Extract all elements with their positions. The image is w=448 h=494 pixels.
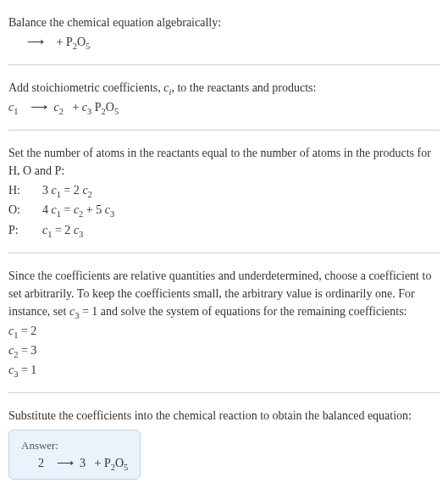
section-intro: Balance the chemical equation algebraica… [8, 7, 440, 58]
arrow-symbol: ⟶ [53, 457, 77, 469]
equation-expr: 3 c1 = 2 c2 [42, 181, 92, 200]
text: = 1 and solve the system of equations fo… [79, 305, 407, 318]
coef: 3 [80, 457, 89, 469]
element-label: O: [8, 201, 30, 219]
plus: + P [95, 457, 111, 469]
coeff-equation: c1 ⟶ c2 + c3 P2O5 [8, 98, 440, 116]
atom-balance-row: P:c1 = 2 c3 [8, 221, 440, 240]
element-label: H: [8, 181, 30, 200]
coefficient-solution-row: c2 = 3 [8, 341, 440, 359]
section-coefficients: Add stoichiometric coefficients, ci, to … [8, 72, 440, 123]
section-answer: Substitute the coefficients into the che… [8, 400, 440, 485]
element-label: P: [8, 221, 30, 240]
answer-equation: 2 ⟶ 3 + P2O5 [21, 456, 128, 470]
answer-label: Answer: [21, 439, 128, 452]
species: P [91, 101, 101, 114]
coef: 2 [38, 457, 47, 469]
coefficient-solution-row: c3 = 1 [8, 361, 440, 379]
arrow-symbol: ⟶ [27, 101, 51, 114]
spacer [47, 457, 51, 469]
subscript: 1 [14, 107, 18, 116]
answer-intro: Substitute the coefficients into the che… [8, 407, 440, 425]
divider [8, 392, 440, 393]
species: O [106, 101, 114, 114]
answer-box: Answer: 2 ⟶ 3 + P2O5 [8, 430, 141, 480]
spacer [66, 101, 69, 114]
subscript: 5 [124, 463, 128, 472]
intro-equation: ⟶ + P2O5 [8, 33, 440, 51]
arrow-symbol: ⟶ [24, 36, 47, 48]
balance-intro: Set the number of atoms in the reactants… [8, 144, 440, 180]
text: Add stoichiometric coefficients, [8, 81, 163, 94]
coeff-intro: Add stoichiometric coefficients, ci, to … [8, 79, 440, 97]
species: O [115, 457, 124, 469]
eq-text [51, 36, 54, 48]
subscript: 5 [114, 107, 119, 116]
section-solve: Since the coefficients are relative quan… [8, 260, 440, 386]
plus: + [72, 101, 81, 114]
divider [8, 130, 440, 130]
subscript: 2 [59, 107, 64, 116]
spacer [89, 457, 92, 469]
subscript: 5 [86, 42, 90, 51]
equation-expr: c1 = 2 c3 [42, 221, 83, 240]
spacer [21, 101, 25, 114]
equation-expr: 4 c1 = c2 + 5 c3 [42, 201, 114, 219]
eq-text: O [77, 36, 86, 48]
divider [8, 253, 440, 253]
intro-text: Balance the chemical equation algebraica… [8, 14, 440, 31]
eq-text: + P [57, 36, 73, 48]
solve-intro: Since the coefficients are relative quan… [8, 267, 440, 320]
atom-balance-row: O:4 c1 = c2 + 5 c3 [8, 201, 440, 219]
text: , to the reactants and products: [171, 81, 316, 94]
atom-balance-row: H:3 c1 = 2 c2 [8, 181, 440, 200]
coefficient-solution-row: c1 = 2 [8, 322, 440, 340]
divider [8, 64, 440, 65]
section-atom-balance: Set the number of atoms in the reactants… [8, 137, 440, 246]
